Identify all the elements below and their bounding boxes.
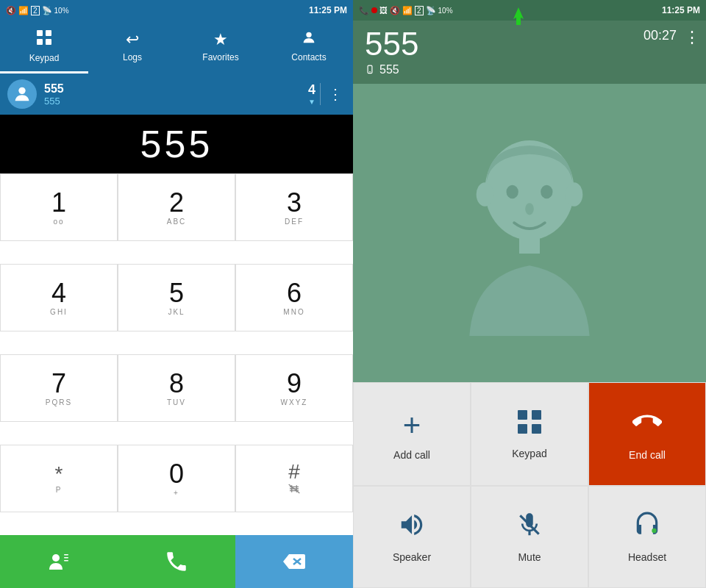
- add-call-button[interactable]: + Add call: [353, 382, 471, 486]
- svg-rect-8: [64, 554, 68, 556]
- battery-left: 10%: [54, 7, 69, 15]
- key-3[interactable]: 3 DEF: [235, 173, 353, 241]
- key-5-main: 5: [169, 280, 184, 306]
- call-info: 555 555: [365, 28, 418, 76]
- status-bar-left: 🔇 📶 2 📡 10% 11:25 PM: [0, 0, 353, 21]
- speaker-icon: [398, 511, 426, 545]
- svg-point-17: [485, 140, 574, 240]
- call-more-button[interactable]: ⋮: [684, 28, 700, 47]
- speaker-button[interactable]: Speaker: [353, 486, 471, 588]
- dial-display: 555: [0, 115, 353, 173]
- wifi-icon-r: 📶: [402, 6, 413, 15]
- mute-button[interactable]: Mute: [471, 486, 588, 588]
- contacts-button[interactable]: [0, 535, 118, 588]
- contact-more-button[interactable]: ⋮: [325, 85, 346, 103]
- key-5[interactable]: 5 JKL: [118, 264, 235, 331]
- key-8[interactable]: 8 TUV: [118, 354, 235, 422]
- key-0-main: 0: [169, 461, 184, 487]
- dial-number: 555: [140, 122, 213, 166]
- sim-label-left: 2: [31, 6, 40, 15]
- phone-small-icon: [365, 65, 375, 75]
- key-1[interactable]: 1 oo: [0, 173, 118, 241]
- call-count-number: 4: [308, 82, 315, 98]
- mute-icon-r: 🔇: [390, 6, 400, 15]
- divider: [320, 83, 321, 105]
- add-call-label: Add call: [393, 449, 430, 461]
- key-2-main: 2: [169, 190, 184, 216]
- key-6-sub: MNO: [283, 308, 304, 316]
- svg-rect-0: [37, 30, 43, 36]
- key-star-main: *: [55, 464, 63, 484]
- tab-logs-label: Logs: [123, 52, 142, 62]
- arrow-annotation: [507, 6, 530, 31]
- key-2-sub: ABC: [167, 218, 187, 226]
- signal-icon-r: 📡: [426, 6, 436, 15]
- key-0[interactable]: 0 +: [118, 445, 235, 512]
- contact-row-right: 4 ▼ ⋮: [308, 82, 346, 106]
- key-3-sub: DEF: [285, 218, 304, 226]
- delete-button[interactable]: [235, 535, 353, 588]
- tab-keypad[interactable]: Keypad: [0, 21, 88, 74]
- record-dot: [371, 7, 377, 13]
- svg-rect-10: [64, 560, 68, 562]
- time-right: 11:25 PM: [662, 5, 700, 15]
- key-7-sub: PQRS: [46, 398, 72, 406]
- speaker-label: Speaker: [393, 551, 431, 563]
- call-header: 555 555 00:27 ⋮: [353, 21, 706, 84]
- call-number-main: 555: [365, 28, 418, 60]
- key-3-main: 3: [287, 190, 302, 216]
- svg-rect-16: [369, 71, 371, 72]
- mute-label: Mute: [518, 551, 541, 563]
- headset-icon: [633, 511, 661, 545]
- tab-contacts[interactable]: Contacts: [265, 21, 353, 74]
- svg-point-4: [306, 32, 311, 37]
- key-7-main: 7: [51, 370, 66, 397]
- key-2[interactable]: 2 ABC: [118, 173, 235, 241]
- svg-point-21: [541, 185, 552, 199]
- keypad-button[interactable]: Keypad: [471, 382, 588, 486]
- headset-button[interactable]: Headset: [588, 486, 706, 588]
- call-button[interactable]: [118, 535, 235, 588]
- keypad-tab-icon: [35, 29, 53, 50]
- key-9-sub: WXYZ: [281, 398, 308, 406]
- keypad-action-label: Keypad: [512, 448, 546, 459]
- tab-favorites[interactable]: ★ Favorites: [176, 21, 265, 74]
- key-9[interactable]: 9 WXYZ: [235, 354, 353, 422]
- contact-avatar: [7, 79, 37, 109]
- tab-logs[interactable]: ↩ Logs: [88, 21, 176, 74]
- nav-tabs: Keypad ↩ Logs ★ Favorites Contacts: [0, 21, 353, 74]
- key-star-sub: P: [56, 486, 63, 494]
- svg-point-29: [652, 528, 656, 533]
- svg-point-18: [477, 182, 493, 207]
- key-1-main: 1: [51, 190, 66, 216]
- key-5-sub: JKL: [168, 308, 185, 316]
- contact-number-sub: 555: [44, 96, 301, 107]
- key-7[interactable]: 7 PQRS: [0, 354, 118, 422]
- svg-rect-27: [532, 424, 541, 434]
- key-4[interactable]: 4 GHI: [0, 264, 118, 331]
- svg-rect-26: [518, 424, 527, 434]
- tab-favorites-label: Favorites: [202, 52, 238, 62]
- headset-label: Headset: [628, 551, 666, 563]
- end-call-button[interactable]: End call: [588, 382, 706, 486]
- favorites-tab-icon: ★: [213, 30, 228, 49]
- key-8-main: 8: [169, 370, 184, 397]
- key-4-sub: GHI: [50, 308, 68, 316]
- key-hash[interactable]: #: [235, 445, 353, 512]
- svg-rect-23: [519, 237, 540, 254]
- call-avatar-area: [353, 84, 706, 382]
- time-left: 11:25 PM: [309, 5, 347, 15]
- battery-right: 10%: [438, 7, 453, 15]
- bottom-action-bar: [0, 535, 353, 588]
- status-icons-left: 🔇 📶 2 📡 10%: [6, 6, 69, 15]
- contact-row: 555 555 4 ▼ ⋮: [0, 74, 353, 115]
- key-6[interactable]: 6 MNO: [235, 264, 353, 331]
- key-star[interactable]: * P: [0, 445, 118, 512]
- call-active-icon: 📞: [359, 6, 369, 15]
- tab-keypad-label: Keypad: [29, 53, 60, 63]
- key-hash-sub: [288, 484, 300, 495]
- contact-info: 555 555: [44, 82, 301, 107]
- sim-label-right: 2: [415, 6, 424, 15]
- svg-rect-24: [518, 410, 527, 420]
- key-hash-main: #: [288, 462, 300, 482]
